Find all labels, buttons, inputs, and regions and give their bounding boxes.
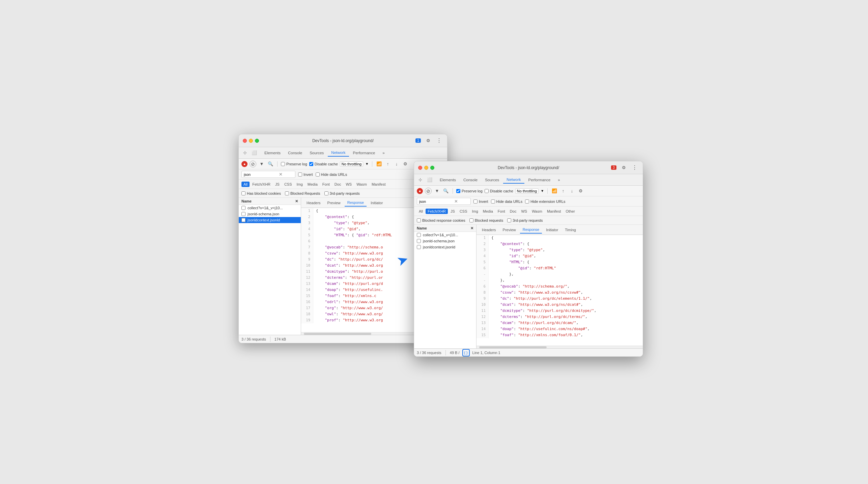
file-check-schema-front[interactable] — [417, 239, 421, 243]
filter-css-front[interactable]: CSS — [458, 209, 469, 214]
hide-data-check-front[interactable] — [491, 199, 495, 204]
resp-tab-headers-front[interactable]: Headers — [479, 226, 499, 233]
blocked-requests-check-front[interactable] — [469, 218, 473, 222]
filter-img-back[interactable]: Img — [295, 182, 305, 187]
third-party-check-front[interactable] — [507, 218, 511, 222]
resp-tab-preview-back[interactable]: Preview — [325, 199, 343, 206]
record-btn-front[interactable]: ● — [417, 188, 423, 194]
minimize-button-front[interactable] — [424, 166, 428, 170]
filter-wasm-front[interactable]: Wasm — [530, 209, 544, 214]
file-item-schema-front[interactable]: jsonld-schema.json — [414, 238, 476, 244]
search-clear-front[interactable]: ✕ — [454, 199, 458, 204]
file-check-collect-front[interactable] — [417, 233, 421, 237]
pretty-print-btn-front[interactable]: { } — [462, 349, 470, 356]
tab-sources-back[interactable]: Sources — [306, 150, 327, 156]
disable-cache-check-front[interactable] — [485, 189, 489, 193]
file-check-jsonld-front[interactable] — [417, 245, 421, 249]
filter-ws-front[interactable]: WS — [519, 209, 529, 214]
search-icon-back[interactable]: 🔍 — [267, 161, 274, 167]
resp-tab-initiator-front[interactable]: Initiator — [543, 226, 561, 233]
tab-more-front[interactable]: » — [554, 177, 563, 183]
filter-font-front[interactable]: Font — [496, 209, 507, 214]
close-panel-back[interactable]: ✕ — [295, 199, 298, 204]
file-item-jsonld-front[interactable]: jsonldcontext.jsonld — [414, 244, 476, 250]
file-item-collect-front[interactable]: collect?v=1&_v=j10... — [414, 232, 476, 238]
tab-more-back[interactable]: » — [379, 150, 388, 156]
resp-tab-response-front[interactable]: Response — [520, 226, 542, 234]
filter-fetchxhr-front[interactable]: Fetch/XHR — [426, 209, 448, 214]
record-btn-back[interactable]: ● — [241, 161, 248, 167]
filter-js-front[interactable]: JS — [449, 209, 457, 214]
minimize-button-back[interactable] — [249, 139, 253, 143]
filter-doc-front[interactable]: Doc — [508, 209, 519, 214]
settings2-icon-back[interactable]: ⚙ — [402, 161, 409, 167]
invert-check-back[interactable] — [298, 172, 302, 177]
hide-data-check-back[interactable] — [316, 172, 320, 177]
preserve-log-check-front[interactable] — [456, 189, 460, 193]
tab-performance-front[interactable]: Performance — [525, 177, 554, 183]
blocked-cookies-check-back[interactable] — [241, 191, 245, 195]
resp-tab-initiator-back[interactable]: Initiator — [368, 199, 385, 206]
file-check-jsonld-back[interactable] — [241, 218, 245, 222]
clear-btn-front[interactable]: ⊘ — [425, 188, 432, 194]
resp-tab-response-back[interactable]: Response — [345, 199, 367, 207]
download-icon-back[interactable]: ↓ — [393, 161, 400, 167]
upload-icon-front[interactable]: ↑ — [560, 188, 567, 194]
search-icon-front[interactable]: 🔍 — [442, 188, 449, 194]
tab-performance-back[interactable]: Performance — [350, 150, 379, 156]
filter-manifest-front[interactable]: Manifest — [545, 209, 563, 214]
third-party-check-back[interactable] — [324, 191, 328, 195]
more-icon-back[interactable]: ⋮ — [435, 137, 443, 144]
file-item-jsonld-back[interactable]: jsonldcontext.jsonld — [239, 217, 301, 223]
close-button-back[interactable] — [243, 139, 247, 143]
settings-icon-back[interactable]: ⚙ — [425, 137, 432, 144]
file-check-collect-back[interactable] — [241, 206, 245, 210]
filter-media-back[interactable]: Media — [306, 182, 320, 187]
file-item-schema-back[interactable]: jsonld-schema.json — [239, 211, 301, 217]
filter-manifest-back[interactable]: Manifest — [370, 182, 388, 187]
cursor-icon-front[interactable]: ⊹ — [417, 177, 424, 183]
filter-fetchxhr-back[interactable]: Fetch/XHR — [250, 182, 272, 187]
device-icon-front[interactable]: ⬜ — [426, 177, 433, 183]
filter-other-front[interactable]: Other — [563, 209, 577, 214]
badge-icon-back[interactable]: 1 — [415, 137, 422, 144]
badge-icon-front[interactable]: 3 — [610, 164, 617, 171]
search-input-back[interactable] — [244, 172, 278, 177]
search-input-front[interactable] — [419, 199, 453, 204]
resp-tab-headers-back[interactable]: Headers — [304, 199, 323, 206]
disable-cache-check-back[interactable] — [309, 162, 313, 166]
download-icon-front[interactable]: ↓ — [569, 188, 575, 194]
tab-console-front[interactable]: Console — [460, 177, 481, 183]
wifi-icon-front[interactable]: 📶 — [551, 188, 558, 194]
cursor-icon-back[interactable]: ⊹ — [241, 150, 248, 156]
settings-icon-front[interactable]: ⚙ — [620, 164, 627, 171]
filter-icon-front[interactable]: ▼ — [434, 188, 440, 194]
tab-sources-front[interactable]: Sources — [482, 177, 502, 183]
resp-tab-timing-front[interactable]: Timing — [562, 226, 579, 233]
preserve-log-check-back[interactable] — [281, 162, 285, 166]
tab-console-back[interactable]: Console — [285, 150, 306, 156]
filter-all-front[interactable]: All — [417, 209, 425, 214]
blocked-requests-check-back[interactable] — [285, 191, 289, 195]
filter-css-back[interactable]: CSS — [282, 182, 294, 187]
wifi-icon-back[interactable]: 📶 — [376, 161, 382, 167]
filter-js-back[interactable]: JS — [273, 182, 282, 187]
more-icon-front[interactable]: ⋮ — [631, 164, 639, 171]
throttle-select-back[interactable]: No throttling — [340, 161, 363, 167]
hide-ext-check-front[interactable] — [525, 199, 529, 204]
filter-wasm-back[interactable]: Wasm — [354, 182, 369, 187]
filter-font-back[interactable]: Font — [320, 182, 332, 187]
tab-elements-back[interactable]: Elements — [261, 150, 284, 156]
file-item-collect-back[interactable]: collect?v=1&_v=j10... — [239, 205, 301, 211]
file-check-schema-back[interactable] — [241, 212, 245, 216]
upload-icon-back[interactable]: ↑ — [384, 161, 391, 167]
search-clear-back[interactable]: ✕ — [279, 172, 283, 177]
close-button-front[interactable] — [418, 166, 422, 170]
filter-ws-back[interactable]: WS — [344, 182, 354, 187]
blocked-cookies-check-front[interactable] — [417, 218, 421, 222]
invert-check-front[interactable] — [473, 199, 478, 204]
tab-network-back[interactable]: Network — [328, 149, 349, 157]
filter-media-front[interactable]: Media — [481, 209, 495, 214]
device-icon-back[interactable]: ⬜ — [251, 150, 258, 156]
tab-network-front[interactable]: Network — [503, 176, 524, 184]
